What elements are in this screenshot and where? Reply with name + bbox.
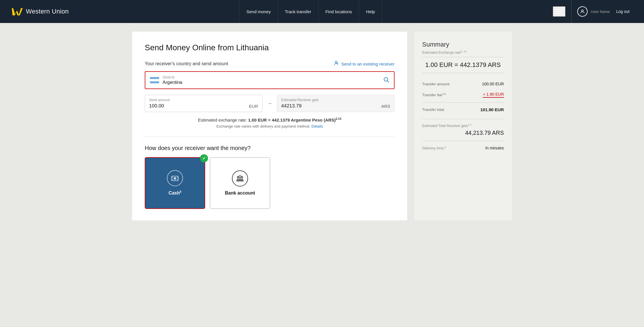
- cash-icon-wrap: [167, 170, 183, 186]
- svg-point-0: [582, 10, 583, 11]
- logout-button[interactable]: Log out: [613, 7, 632, 16]
- summary-transfer-total-row: Transfer total 101.90 EUR: [422, 104, 504, 115]
- svg-rect-17: [237, 180, 243, 181]
- delivery-label-text: Delivery time:: [422, 146, 445, 150]
- svg-rect-14: [239, 177, 241, 180]
- nav-help[interactable]: Help: [359, 0, 382, 23]
- exchange-info: Estimated exchange rate: 1.00 EUR = 442.…: [145, 117, 395, 137]
- country-search-icon[interactable]: [383, 76, 389, 84]
- user-name-display: User Name: [591, 9, 610, 14]
- receiver-section-label: Your receiver's country and send amount: [145, 61, 228, 66]
- country-info: Send to Argentina: [163, 75, 182, 85]
- exchange-rate-sup: 2.14: [336, 117, 341, 120]
- receiver-amount-value: 44213.79: [281, 103, 302, 109]
- country-selector[interactable]: Send to Argentina: [145, 71, 395, 89]
- exchange-rate-text: Estimated exchange rate: 1.00 EUR = 442.…: [145, 117, 395, 122]
- country-name: Argentina: [163, 80, 182, 85]
- main-content: Send Money Online from Lithuania Your re…: [121, 23, 523, 229]
- summary-exchange-sup: 2, 14: [461, 50, 466, 53]
- hamburger-menu-button[interactable]: [553, 6, 565, 17]
- receiver-amount-row: 44213.79 ARS: [281, 103, 390, 109]
- transfer-fee-sup: 2.5: [442, 93, 446, 95]
- summary-transfer-amount-row: Transfer amount 100.00 EUR: [422, 79, 504, 89]
- payment-option-cash[interactable]: ✓ Cash6: [145, 157, 205, 209]
- receiver-gets-sup: 1.4: [468, 123, 472, 126]
- cash-label: Cash6: [169, 190, 182, 196]
- bank-account-label: Bank account: [225, 191, 255, 196]
- transfer-amount-label: Transfer amount: [422, 82, 449, 86]
- transfer-total-label: Transfer total: [422, 107, 444, 112]
- delivery-value: In minutes: [485, 146, 504, 150]
- summary-rows: Transfer amount 100.00 EUR Transfer fee2…: [422, 79, 504, 115]
- svg-line-3: [387, 81, 389, 82]
- country-left: Send to Argentina: [150, 75, 182, 85]
- page-title: Send Money Online from Lithuania: [145, 43, 395, 52]
- details-link[interactable]: Details: [311, 124, 323, 128]
- argentina-flag: [150, 77, 159, 83]
- existing-receiver-label: Send to an existing receiver: [341, 61, 395, 66]
- receiver-amount-field: Estimated Receiver gets 44213.79 ARS: [277, 95, 395, 112]
- main-nav: Send money Track transfer Find locations…: [239, 0, 382, 23]
- receiver-amount-label: Estimated Receiver gets: [281, 98, 390, 102]
- summary-exchange-label: Estimated Exchange rate2, 14: [422, 50, 504, 55]
- send-amount-value: 100.00: [149, 103, 164, 109]
- receiver-gets-label-text: Estimated Total Receiver gets: [422, 124, 468, 128]
- header: Western Union Send money Track transfer …: [0, 0, 644, 23]
- flag-bot: [150, 81, 159, 83]
- receiver-currency: ARS: [381, 104, 390, 109]
- receiver-section-header: Your receiver's country and send amount …: [145, 60, 395, 67]
- logo-text: Western Union: [26, 8, 69, 15]
- hamburger-line-3: [556, 13, 563, 14]
- transfer-amount-value: 100.00 EUR: [482, 82, 504, 86]
- exchange-varies-text: Exchange rate varies with delivery and p…: [216, 124, 310, 128]
- send-amount-field[interactable]: Send amount 100.00 EUR: [145, 95, 262, 112]
- delivery-label: Delivery time:1: [422, 146, 446, 150]
- transfer-arrow-icon: →: [267, 101, 272, 107]
- user-icon[interactable]: [577, 6, 588, 17]
- send-amount-label: Send amount: [149, 98, 258, 102]
- nav-find-locations[interactable]: Find locations: [319, 0, 359, 23]
- svg-rect-13: [237, 177, 239, 180]
- send-amount-row: 100.00 EUR: [149, 103, 258, 109]
- receiver-gets-value: 44,213.79 ARS: [422, 130, 504, 136]
- cash-label-text: Cash: [169, 191, 180, 196]
- flag-top: [150, 77, 159, 79]
- svg-point-2: [384, 77, 388, 81]
- delivery-sup: 1: [445, 146, 446, 149]
- summary-exchange-rate-value: 1.00 EUR = 442.1379 ARS: [422, 57, 504, 73]
- nav-track-transfer[interactable]: Track transfer: [278, 0, 319, 23]
- summary-divider: [422, 102, 504, 103]
- summary-title: Summary: [422, 41, 504, 48]
- cash-sup: 6: [180, 190, 182, 193]
- payment-options: ✓ Cash6: [145, 157, 395, 209]
- exchange-rate-value: 1.00 EUR = 442.1379 Argentine Peso (ARS)…: [248, 118, 341, 122]
- selected-checkmark: ✓: [200, 154, 208, 162]
- receiver-gets-section: Estimated Total Receiver gets1.4 44,213.…: [422, 119, 504, 136]
- exchange-rate-bold-text: 1.00 EUR = 442.1379 Argentine Peso (ARS): [248, 118, 336, 122]
- nav-send-money[interactable]: Send money: [239, 0, 278, 23]
- summary-exchange-label-text: Estimated Exchange rate: [422, 51, 461, 55]
- summary-panel: Summary Estimated Exchange rate2, 14 1.0…: [414, 32, 512, 220]
- delivery-section: Delivery time:1 In minutes: [422, 141, 504, 150]
- delivery-row: Delivery time:1 In minutes: [422, 146, 504, 150]
- payment-option-bank-account[interactable]: Bank account: [210, 157, 270, 209]
- exchange-varies: Exchange rate varies with delivery and p…: [145, 124, 395, 128]
- person-icon: [333, 60, 339, 67]
- left-panel: Send Money Online from Lithuania Your re…: [132, 32, 407, 220]
- header-left: Western Union: [12, 7, 69, 16]
- header-right: User Name Log out: [553, 0, 632, 23]
- transfer-fee-label: Transfer fee2.5: [422, 93, 446, 97]
- user-section: User Name Log out: [571, 0, 632, 23]
- western-union-logo[interactable]: Western Union: [12, 7, 69, 16]
- existing-receiver-link[interactable]: Send to an existing receiver: [333, 60, 395, 67]
- flag-mid: [150, 79, 159, 81]
- exchange-rate-prefix: Estimated exchange rate:: [198, 118, 247, 122]
- amount-row: Send amount 100.00 EUR → Estimated Recei…: [145, 95, 395, 112]
- hamburger-line-1: [556, 9, 563, 10]
- transfer-total-value: 101.90 EUR: [480, 107, 504, 112]
- transfer-fee-value: + 1.90 EUR: [483, 92, 504, 98]
- bank-icon-wrap: [232, 170, 248, 186]
- svg-point-1: [335, 61, 337, 63]
- send-currency: EUR: [249, 104, 258, 109]
- payment-section-title: How does your receiver want the money?: [145, 145, 395, 151]
